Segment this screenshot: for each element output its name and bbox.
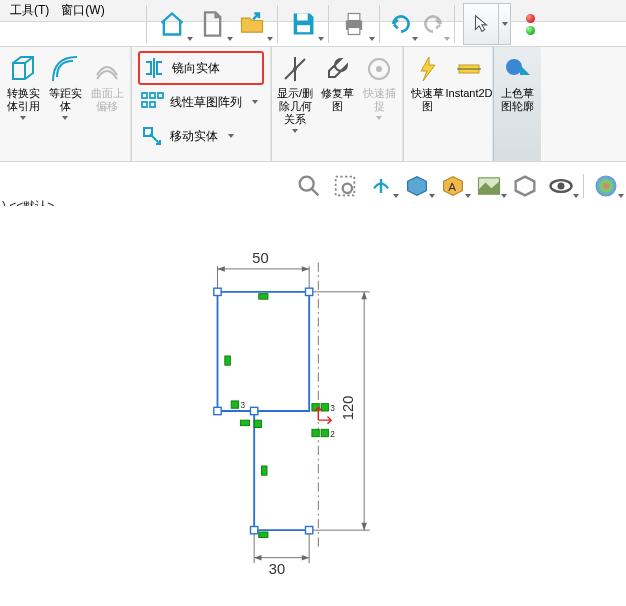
- svg-rect-59: [321, 429, 328, 436]
- ribbon-label: 移动实体: [170, 128, 218, 145]
- chevron-down-icon: [376, 116, 382, 120]
- chevron-down-icon[interactable]: [227, 37, 233, 41]
- svg-marker-26: [302, 266, 309, 272]
- chevron-down-icon[interactable]: [62, 116, 68, 120]
- offset-entities-button[interactable]: 等距实 体: [44, 51, 86, 159]
- ribbon-group-modify: 镜向实体 线性草图阵列 移动实体: [132, 47, 271, 161]
- svg-rect-6: [150, 93, 155, 98]
- svg-rect-3: [348, 14, 360, 21]
- chevron-down-icon[interactable]: [292, 129, 298, 133]
- svg-rect-0: [297, 14, 308, 21]
- dim-bottom[interactable]: 30: [269, 561, 285, 576]
- select-tool[interactable]: [463, 3, 511, 45]
- rapid-sketch-icon: [411, 53, 443, 85]
- surface-offset-button: 曲面上 偏移: [86, 51, 128, 159]
- chevron-down-icon[interactable]: [267, 37, 273, 41]
- chevron-down-icon[interactable]: [318, 37, 324, 41]
- rapid-sketch-button[interactable]: 快速草 图: [406, 51, 448, 159]
- svg-rect-44: [251, 407, 258, 414]
- hide-show-button[interactable]: [511, 172, 539, 200]
- convert-entities-button[interactable]: 转换实 体引用: [2, 51, 44, 159]
- chevron-down-icon[interactable]: [228, 134, 234, 138]
- linear-pattern-button[interactable]: 线性草图阵列: [138, 85, 264, 119]
- svg-rect-52: [254, 420, 261, 427]
- dim-right[interactable]: 120: [340, 396, 356, 420]
- svg-text:2: 2: [330, 430, 335, 439]
- home-button[interactable]: [155, 4, 189, 44]
- separator: [379, 5, 380, 43]
- pattern-icon: [140, 90, 164, 114]
- svg-rect-9: [150, 102, 155, 107]
- svg-rect-43: [214, 407, 221, 414]
- ribbon-label: 修复草 图: [321, 87, 354, 113]
- svg-marker-31: [361, 523, 367, 530]
- chevron-down-icon[interactable]: [444, 37, 450, 41]
- zoom-area-button[interactable]: [331, 172, 359, 200]
- chevron-down-icon[interactable]: [369, 37, 375, 41]
- cursor-icon: [464, 4, 498, 44]
- ribbon-label: 镜向实体: [172, 60, 220, 77]
- status-red-icon: [526, 14, 535, 23]
- chevron-down-icon[interactable]: [252, 100, 258, 104]
- sketch-drawing: 50 120 30 3: [200, 246, 400, 576]
- ribbon-label: Instant2D: [445, 87, 492, 100]
- scene-button[interactable]: [475, 172, 503, 200]
- redo-button[interactable]: [420, 4, 446, 44]
- view-toolbar: A: [0, 170, 626, 202]
- svg-point-17: [343, 184, 352, 193]
- sketch-canvas[interactable]: 50 120 30 3: [0, 206, 626, 606]
- instant2d-button[interactable]: Instant2D: [448, 51, 490, 159]
- undo-button[interactable]: [388, 4, 414, 44]
- move-entities-button[interactable]: 移动实体: [138, 119, 264, 153]
- ribbon-label: 线性草图阵列: [170, 94, 242, 111]
- dim-top[interactable]: 50: [252, 250, 268, 266]
- ribbon-group-relations: 显示/删 除几何 关系 修复草 图 快速捕 捉: [272, 47, 403, 161]
- chevron-down-icon[interactable]: [412, 37, 418, 41]
- snap-icon: [363, 53, 395, 85]
- save-button[interactable]: [286, 4, 320, 44]
- svg-rect-8: [142, 102, 147, 107]
- visibility-button[interactable]: [547, 172, 575, 200]
- svg-rect-41: [214, 288, 221, 295]
- svg-rect-49: [231, 401, 238, 408]
- ribbon-label: 曲面上 偏移: [91, 87, 124, 113]
- display-style-button[interactable]: [403, 172, 431, 200]
- open-button[interactable]: [235, 4, 269, 44]
- mirror-entities-button[interactable]: 镜向实体: [138, 51, 264, 85]
- chevron-down-icon[interactable]: [187, 37, 193, 41]
- menu-tools[interactable]: 工具(T): [4, 0, 55, 21]
- instant2d-icon: [453, 53, 485, 85]
- print-button[interactable]: [337, 4, 371, 44]
- view-orientation-button[interactable]: [367, 172, 395, 200]
- select-dropdown[interactable]: [498, 4, 510, 44]
- separator: [454, 5, 455, 43]
- svg-point-21: [558, 183, 565, 190]
- rebuild-indicator[interactable]: [523, 4, 537, 44]
- display-delete-relations-button[interactable]: 显示/删 除几何 关系: [274, 51, 316, 159]
- svg-marker-30: [361, 292, 367, 299]
- ribbon-label: 显示/删 除几何 关系: [277, 87, 313, 126]
- svg-point-10: [293, 67, 297, 71]
- svg-marker-25: [218, 266, 225, 272]
- ribbon-label: 快速捕 捉: [363, 87, 396, 113]
- ribbon-label: 转换实 体引用: [7, 87, 40, 113]
- ribbon-label: 上色草 图轮廓: [501, 87, 534, 113]
- svg-rect-53: [262, 466, 268, 475]
- new-button[interactable]: [195, 4, 229, 44]
- menu-window[interactable]: 窗口(W): [55, 0, 110, 21]
- repair-sketch-button[interactable]: 修复草 图: [316, 51, 358, 159]
- ribbon-group-rapid: 快速草 图 Instant2D: [404, 47, 493, 161]
- chevron-down-icon[interactable]: [20, 116, 26, 120]
- separator: [146, 5, 147, 43]
- svg-rect-5: [142, 93, 147, 98]
- svg-rect-54: [259, 532, 268, 538]
- svg-point-12: [376, 66, 382, 72]
- shaded-sketch-contour-button[interactable]: 上色草 图轮廓: [493, 47, 541, 161]
- zoom-fit-button[interactable]: [295, 172, 323, 200]
- svg-rect-7: [158, 93, 163, 98]
- svg-text:3: 3: [330, 404, 335, 413]
- section-view-button[interactable]: A: [439, 172, 467, 200]
- appearance-button[interactable]: [592, 172, 620, 200]
- svg-rect-58: [312, 429, 319, 436]
- relations-icon: [279, 53, 311, 85]
